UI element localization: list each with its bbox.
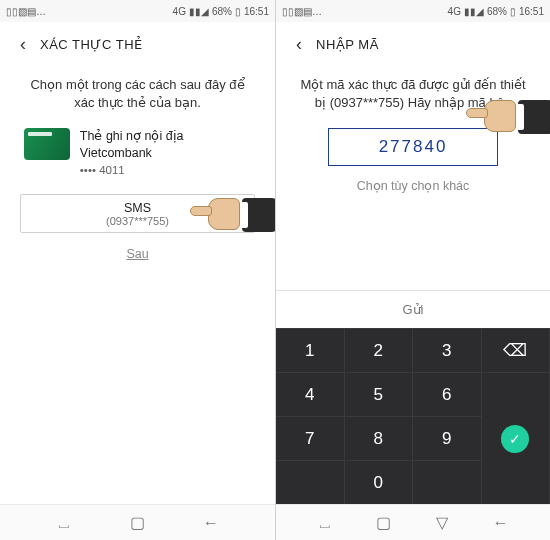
statusbar: ▯▯▧▤… 4G ▮▮◢ 68% ▯ 16:51 <box>0 0 275 22</box>
numeric-keypad: 1 2 3 ⌫ 4 5 6 ✓ 7 8 9 0 <box>276 328 550 504</box>
android-navbar: ⎵ ▢ ▽ ← <box>276 504 550 540</box>
key-blank2 <box>413 460 482 504</box>
content: Chọn một trong các cách sau đây để xác t… <box>0 66 275 504</box>
clock: 16:51 <box>244 6 269 17</box>
other-option-link[interactable]: Chọn tùy chọn khác <box>296 178 530 193</box>
sms-button[interactable]: SMS (0937***755) <box>20 194 255 233</box>
sms-label: SMS <box>21 201 254 215</box>
chevron-left-icon: ‹ <box>296 34 302 55</box>
android-navbar: ⎵ ▢ ← <box>0 504 275 540</box>
header: ‹ NHẬP MÃ <box>276 22 550 66</box>
instruction-text: Một mã xác thực đã được gửi đến thiết bị… <box>300 76 526 112</box>
key-7[interactable]: 7 <box>276 416 345 460</box>
home-button[interactable]: ▢ <box>129 514 147 532</box>
home-button[interactable]: ▢ <box>375 514 393 532</box>
chevron-left-icon: ‹ <box>20 34 26 55</box>
signal-icon: ▮▮◢ <box>464 6 484 17</box>
content: Một mã xác thực đã được gửi đến thiết bị… <box>276 66 550 290</box>
key-backspace[interactable]: ⌫ <box>482 328 551 372</box>
code-input[interactable]: 277840 <box>328 128 498 166</box>
recents-button[interactable]: ⎵ <box>316 514 334 532</box>
card-last4: •••• 4011 <box>80 164 251 176</box>
recents-button[interactable]: ⎵ <box>55 514 73 532</box>
page-title: XÁC THỰC THẺ <box>40 37 143 52</box>
keyboard-hide-button[interactable]: ▽ <box>433 514 451 532</box>
phone-enter-code: ▯▯▧▤… 4G ▮▮◢ 68% ▯ 16:51 ‹ NHẬP MÃ Một m… <box>275 0 550 540</box>
send-button[interactable]: Gửi <box>276 290 550 328</box>
key-1[interactable]: 1 <box>276 328 345 372</box>
page-title: NHẬP MÃ <box>316 37 379 52</box>
battery-icon: ▯ <box>510 6 516 17</box>
card-name: Thẻ ghi nợ nội địa Vietcombank <box>80 128 251 162</box>
clock: 16:51 <box>519 6 544 17</box>
key-4[interactable]: 4 <box>276 372 345 416</box>
back-button[interactable]: ‹ <box>286 31 312 57</box>
later-link[interactable]: Sau <box>20 247 255 261</box>
net-icon: 4G <box>448 6 461 17</box>
key-5[interactable]: 5 <box>345 372 414 416</box>
back-button[interactable]: ‹ <box>10 31 36 57</box>
key-8[interactable]: 8 <box>345 416 414 460</box>
battery-level: 68% <box>487 6 507 17</box>
key-3[interactable]: 3 <box>413 328 482 372</box>
net-icon: 4G <box>173 6 186 17</box>
status-icons-left: ▯▯▧▤… <box>6 6 46 17</box>
phone-verify-card: ▯▯▧▤… 4G ▮▮◢ 68% ▯ 16:51 ‹ XÁC THỰC THẺ … <box>0 0 275 540</box>
battery-level: 68% <box>212 6 232 17</box>
statusbar: ▯▯▧▤… 4G ▮▮◢ 68% ▯ 16:51 <box>276 0 550 22</box>
key-9[interactable]: 9 <box>413 416 482 460</box>
sms-number: (0937***755) <box>21 215 254 227</box>
backspace-icon: ⌫ <box>503 340 527 361</box>
key-done[interactable]: ✓ <box>482 372 551 504</box>
back-nav-button[interactable]: ← <box>492 514 510 532</box>
key-0[interactable]: 0 <box>345 460 414 504</box>
card-info: Thẻ ghi nợ nội địa Vietcombank •••• 4011 <box>24 128 251 176</box>
card-image-icon <box>24 128 70 160</box>
battery-icon: ▯ <box>235 6 241 17</box>
key-2[interactable]: 2 <box>345 328 414 372</box>
instruction-text: Chọn một trong các cách sau đây để xác t… <box>24 76 251 112</box>
check-icon: ✓ <box>501 425 529 453</box>
signal-icon: ▮▮◢ <box>189 6 209 17</box>
back-nav-button[interactable]: ← <box>202 514 220 532</box>
header: ‹ XÁC THỰC THẺ <box>0 22 275 66</box>
key-blank <box>276 460 345 504</box>
key-6[interactable]: 6 <box>413 372 482 416</box>
status-icons-left: ▯▯▧▤… <box>282 6 322 17</box>
